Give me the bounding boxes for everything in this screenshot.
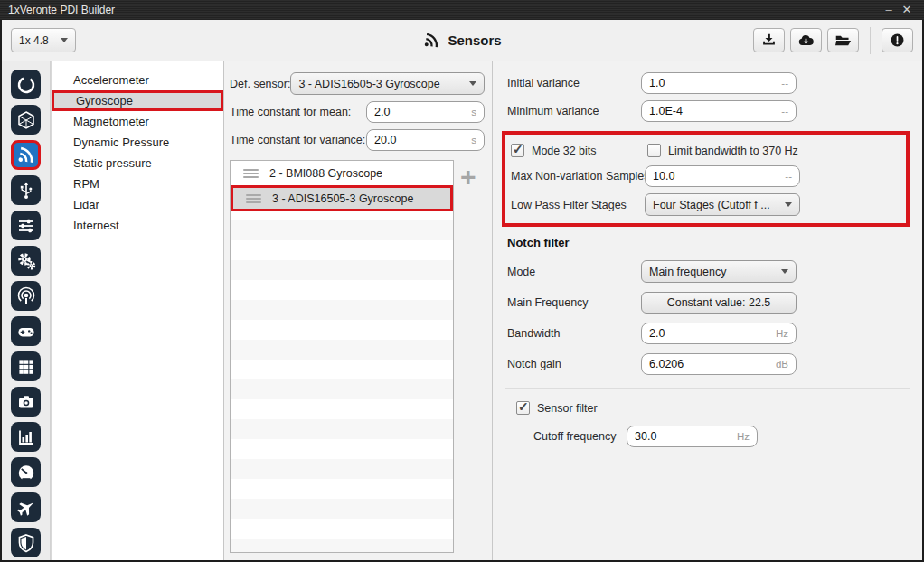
sidebar-item-shield[interactable] [11,528,41,557]
sensor-filter-checkbox[interactable]: ✓ Sensor filter [516,401,910,415]
checkbox-icon[interactable]: ✓ [511,144,524,157]
drag-handle-icon[interactable] [243,169,259,178]
sidebar-item-bar-chart[interactable] [11,422,41,452]
initial-variance-unit: -- [781,78,788,89]
chevron-down-icon [781,269,788,274]
sidebar-item-power-ring[interactable] [11,70,41,99]
cutoff-frequency-input[interactable]: 30.0 Hz [627,426,758,447]
toolbar-actions [753,27,913,54]
cloud-download-button[interactable] [790,28,822,52]
open-folder-icon [834,33,852,48]
sidebar-item-gauge[interactable] [11,457,41,487]
max-nonvariation-input[interactable]: 10.0 -- [645,165,800,187]
main-area: Accelerometer Gyroscope Magnetometer Dyn… [2,61,922,560]
sidebar-item-sensors[interactable] [11,140,41,170]
sidebar-item-sliders[interactable] [11,211,41,240]
window-title: 1xVeronte PDI Builder [8,4,115,16]
menu-item-magnetometer[interactable]: Magnetometer [52,111,223,132]
rss-icon [16,145,36,165]
list-item-label: 3 - ADIS16505-3 Gyroscope [272,192,413,205]
lpf-stages-dropdown[interactable]: Four Stages (Cutoff f ... [645,193,800,216]
limit-bandwidth-checkbox[interactable]: ✓ Limit bandwidth to 370 Hz [647,144,798,157]
mode-32-bits-label: Mode 32 bits [532,145,597,157]
list-item-adis16505[interactable]: 3 - ADIS16505-3 Gyroscope [231,185,453,211]
sidebar-item-grid[interactable] [11,351,41,381]
alert-button[interactable] [882,28,913,52]
sliders-icon [15,215,37,237]
notch-gain-unit: dB [776,359,788,370]
main-frequency-button[interactable]: Constant value: 22.5 [641,292,797,314]
cutoff-frequency-label: Cutoff frequency [533,430,627,443]
bar-chart-icon [15,426,37,448]
tc-mean-input[interactable]: 2.0 s [366,101,485,123]
sidebar-item-usb[interactable] [11,175,41,205]
initial-variance-value: 1.0 [649,77,665,89]
broadcast-icon [15,286,37,307]
chevron-down-icon [469,81,476,86]
cube-icon [15,109,37,131]
download-icon [761,33,777,48]
add-sensor-button[interactable]: + [460,165,476,553]
cutoff-frequency-value: 30.0 [635,430,656,443]
menu-item-rpm[interactable]: RPM [52,173,223,194]
lpf-stages-value: Four Stages (Cutoff f ... [653,199,770,211]
download-button[interactable] [753,28,785,52]
tc-variance-value: 20.0 [374,134,396,146]
notch-mode-dropdown[interactable]: Main frequency [641,260,797,283]
toolbar-separator [870,27,871,54]
alert-icon [890,33,905,48]
notch-gain-input[interactable]: 6.0206 dB [641,353,797,375]
cloud-download-icon [797,33,815,48]
drag-handle-icon[interactable] [246,194,261,203]
section-divider [505,388,910,389]
checkbox-icon[interactable]: ✓ [516,401,530,415]
menu-item-gyroscope[interactable]: Gyroscope [52,90,223,111]
max-nonvariation-value: 10.0 [653,170,674,183]
max-nonvariation-label: Max Non-variation Samples [511,170,645,183]
open-folder-button[interactable] [827,28,859,52]
app-window: 1xVeronte PDI Builder – ✕ 1x 4.8 Sensors [0,0,924,562]
limit-bandwidth-label: Limit bandwidth to 370 Hz [668,145,798,157]
def-sensor-dropdown[interactable]: 3 - ADIS16505-3 Gyroscope [290,72,485,95]
sidebar-item-gears[interactable] [11,246,41,276]
initial-variance-input[interactable]: 1.0 -- [641,72,797,94]
plane-icon [15,497,37,519]
gyroscope-detail-panel: Initial variance 1.0 -- Minimum variance… [493,61,922,560]
highlighted-settings-group: ✓ Mode 32 bits ✓ Limit bandwidth to 370 … [502,131,910,227]
bandwidth-unit: Hz [776,328,788,339]
icon-sidebar [2,61,51,560]
version-selector-label: 1x 4.8 [19,34,49,47]
menu-item-lidar[interactable]: Lidar [52,194,223,215]
list-item-bmi088[interactable]: 2 - BMI088 Gyroscope [231,161,453,185]
page-title: Sensors [448,33,501,48]
menu-item-static-pressure[interactable]: Static pressure [52,153,223,173]
tc-variance-input[interactable]: 20.0 s [366,129,485,151]
toolbar: 1x 4.8 Sensors [2,20,922,61]
tc-mean-value: 2.0 [374,106,390,118]
minimum-variance-unit: -- [781,106,788,117]
cutoff-frequency-unit: Hz [737,431,750,442]
sidebar-item-camera[interactable] [11,387,41,417]
gyroscope-list: 2 - BMI088 Gyroscope 3 - ADIS16505-3 Gyr… [230,160,454,553]
sidebar-item-broadcast[interactable] [11,281,41,311]
sidebar-item-plane[interactable] [11,492,41,522]
checkbox-icon[interactable]: ✓ [647,144,661,157]
mode-32-bits-checkbox[interactable]: ✓ Mode 32 bits [511,144,647,157]
minimum-variance-input[interactable]: 1.0E-4 -- [641,100,797,122]
sidebar-item-cube[interactable] [11,105,41,135]
menu-item-internest[interactable]: Internest [52,215,223,236]
menu-item-dynamic-pressure[interactable]: Dynamic Pressure [52,132,223,153]
sidebar-item-gamepad[interactable] [11,316,41,346]
shield-icon [15,532,37,554]
bandwidth-input[interactable]: 2.0 Hz [641,323,797,344]
version-selector-dropdown[interactable]: 1x 4.8 [11,28,76,52]
menu-item-accelerometer[interactable]: Accelerometer [52,70,223,90]
gauge-icon [15,462,37,483]
close-button[interactable]: ✕ [898,1,916,19]
power-ring-icon [15,74,37,96]
max-nonvariation-unit: -- [785,171,792,182]
def-sensor-label: Def. sensor: [230,78,290,90]
minimize-button[interactable]: – [880,1,898,19]
grid-icon [15,356,37,378]
title-bar: 1xVeronte PDI Builder – ✕ [0,0,924,20]
